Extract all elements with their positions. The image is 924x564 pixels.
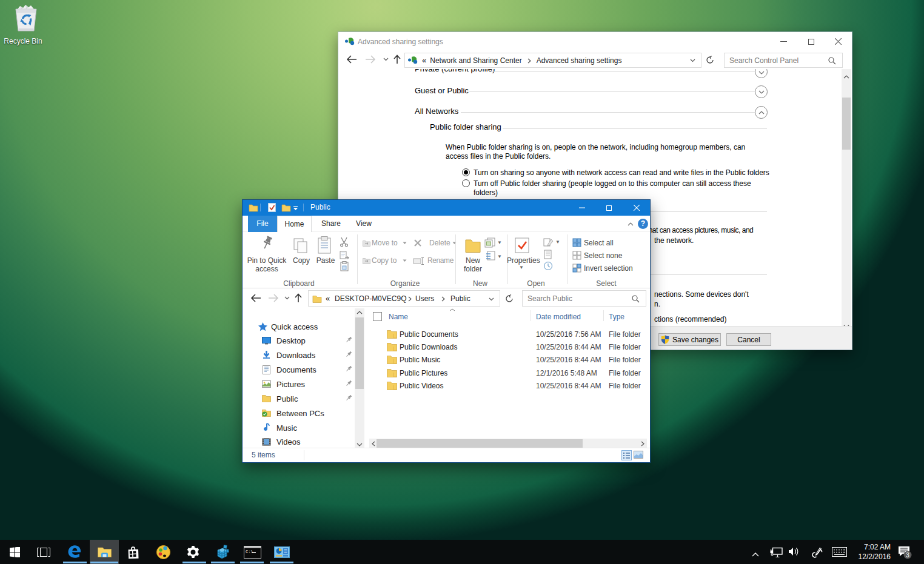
svg-text:3: 3 [906, 552, 909, 559]
svg-text:C:\: C:\ [246, 549, 253, 554]
